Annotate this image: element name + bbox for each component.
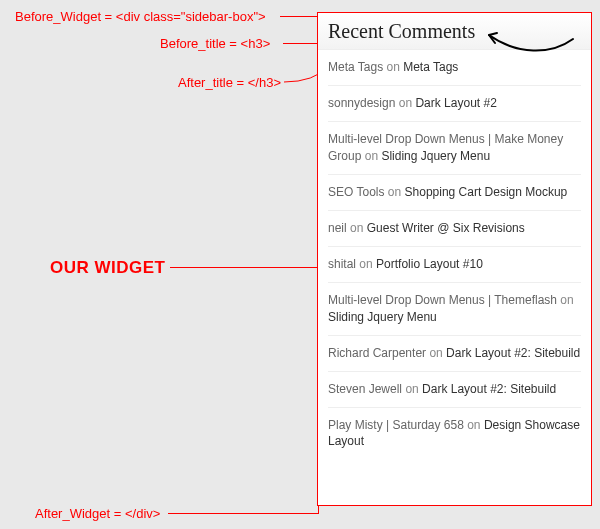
list-item: Meta Tags on Meta Tags [328, 50, 581, 86]
comment-post[interactable]: Sliding Jquery Menu [328, 310, 437, 324]
annotation-after-title: After_title = </h3> [178, 75, 281, 90]
connector-after-widget-v [318, 506, 319, 514]
comment-post[interactable]: Meta Tags [403, 60, 458, 74]
list-item: SEO Tools on Shopping Cart Design Mockup [328, 175, 581, 211]
comment-post[interactable]: Shopping Cart Design Mockup [405, 185, 568, 199]
comment-on: on [560, 293, 573, 307]
comment-author[interactable]: Play Misty | Saturday 658 [328, 418, 464, 432]
comment-author[interactable]: Richard Carpenter [328, 346, 426, 360]
connector-before-title [283, 43, 317, 44]
comment-author[interactable]: neil [328, 221, 347, 235]
comment-on: on [399, 96, 412, 110]
list-item: Multi-level Drop Down Menus | Make Money… [328, 122, 581, 174]
annotation-before-widget: Before_Widget = <div class="sidebar-box"… [15, 9, 266, 24]
comment-on: on [467, 418, 480, 432]
list-item: neil on Guest Writer @ Six Revisions [328, 211, 581, 247]
comment-post[interactable]: Guest Writer @ Six Revisions [367, 221, 525, 235]
list-item: sonnydesign on Dark Layout #2 [328, 86, 581, 122]
comment-on: on [429, 346, 442, 360]
comment-on: on [359, 257, 372, 271]
list-item: Multi-level Drop Down Menus | Themeflash… [328, 283, 581, 335]
list-item: Steven Jewell on Dark Layout #2: Sitebui… [328, 372, 581, 408]
comment-post[interactable]: Sliding Jquery Menu [381, 149, 490, 163]
comment-author[interactable]: Meta Tags [328, 60, 383, 74]
connector-before-widget [280, 16, 317, 17]
comments-list: Meta Tags on Meta Tags sonnydesign on Da… [318, 50, 591, 459]
sidebar-box: Recent Comments Meta Tags on Meta Tags s… [317, 12, 592, 506]
list-item: shital on Portfolio Layout #10 [328, 247, 581, 283]
connector-our-widget [170, 267, 317, 268]
annotation-our-widget: OUR WIDGET [50, 258, 166, 278]
annotation-after-widget: After_Widget = </div> [35, 506, 160, 521]
comment-on: on [365, 149, 378, 163]
comment-post[interactable]: Dark Layout #2: Sitebuild [422, 382, 556, 396]
comment-author[interactable]: shital [328, 257, 356, 271]
comment-author[interactable]: SEO Tools [328, 185, 384, 199]
comment-author[interactable]: Steven Jewell [328, 382, 402, 396]
comment-on: on [405, 382, 418, 396]
comment-on: on [387, 60, 400, 74]
list-item: Richard Carpenter on Dark Layout #2: Sit… [328, 336, 581, 372]
comment-author[interactable]: sonnydesign [328, 96, 395, 110]
widget-title: Recent Comments [318, 13, 591, 50]
list-item: Play Misty | Saturday 658 on Design Show… [328, 408, 581, 459]
comment-on: on [350, 221, 363, 235]
connector-after-widget-h [168, 513, 319, 514]
comment-author[interactable]: Multi-level Drop Down Menus | Themeflash [328, 293, 557, 307]
annotation-before-title: Before_title = <h3> [160, 36, 270, 51]
comment-post[interactable]: Dark Layout #2: Sitebuild [446, 346, 580, 360]
comment-on: on [388, 185, 401, 199]
comment-post[interactable]: Dark Layout #2 [415, 96, 496, 110]
comment-post[interactable]: Portfolio Layout #10 [376, 257, 483, 271]
